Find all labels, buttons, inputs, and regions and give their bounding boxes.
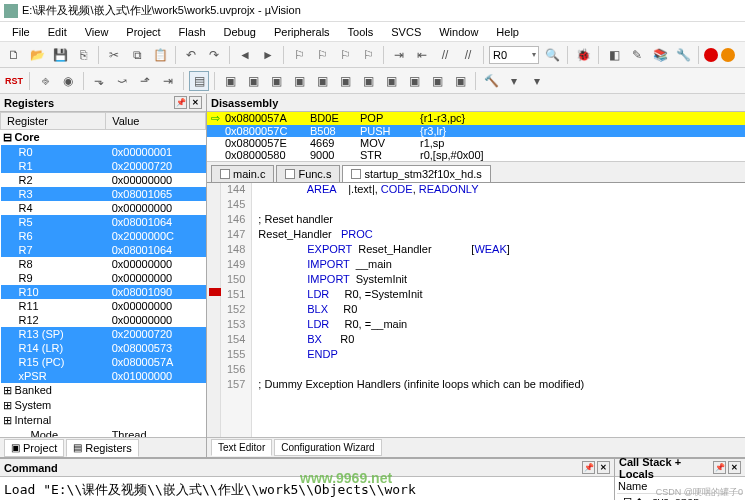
cut-icon[interactable]: ✂ — [104, 45, 124, 65]
window-cmd-icon[interactable]: ▣ — [220, 71, 240, 91]
save-icon[interactable]: 💾 — [50, 45, 70, 65]
register-row[interactable]: R120x00000000 — [1, 313, 206, 327]
menu-help[interactable]: Help — [488, 24, 527, 40]
disassembly-view[interactable]: ⇨0x0800057ABD0EPOP{r1-r3,pc}0x0800057CB5… — [207, 112, 745, 161]
code-line[interactable]: LDR R0, =__main — [258, 318, 584, 333]
view-icon[interactable]: ▾ — [504, 71, 524, 91]
code-line[interactable]: ENDP — [258, 348, 584, 363]
code-line[interactable]: ; Reset handler — [258, 213, 584, 228]
window-watch-icon[interactable]: ▣ — [335, 71, 355, 91]
menu-view[interactable]: View — [77, 24, 117, 40]
register-row[interactable]: R40x00000000 — [1, 201, 206, 215]
view2-icon[interactable]: ▾ — [527, 71, 547, 91]
registers-grid[interactable]: RegisterValue ⊟ Core R00x00000001R10x200… — [0, 112, 206, 437]
stop-icon[interactable] — [721, 48, 735, 62]
step-out-icon[interactable]: ⬏ — [135, 71, 155, 91]
find-combo[interactable]: R0 — [489, 46, 539, 64]
disasm-row[interactable]: 0x0800057E4669MOVr1,sp — [207, 137, 745, 149]
menu-edit[interactable]: Edit — [40, 24, 75, 40]
register-row[interactable]: R70x08001064 — [1, 243, 206, 257]
register-row[interactable]: R50x08001064 — [1, 215, 206, 229]
code-line[interactable]: ; Dummy Exception Handlers (infinite loo… — [258, 378, 584, 393]
pane-close-icon[interactable]: ✕ — [728, 461, 741, 474]
file-tab[interactable]: startup_stm32f10x_hd.s — [342, 165, 490, 182]
redo-icon[interactable]: ↷ — [204, 45, 224, 65]
new-file-icon[interactable]: 🗋 — [4, 45, 24, 65]
tab-config-wizard[interactable]: Configuration Wizard — [274, 439, 381, 456]
window-memory-icon[interactable]: ▣ — [358, 71, 378, 91]
file-tab[interactable]: Func.s — [276, 165, 340, 182]
window-trace-icon[interactable]: ▣ — [427, 71, 447, 91]
code-line[interactable]: EXPORT Reset_Handler [WEAK] — [258, 243, 584, 258]
uncomment-icon[interactable]: // — [458, 45, 478, 65]
window-serial-icon[interactable]: ▣ — [381, 71, 401, 91]
file-tab[interactable]: main.c — [211, 165, 274, 182]
menu-flash[interactable]: Flash — [171, 24, 214, 40]
indent-icon[interactable]: ⇥ — [389, 45, 409, 65]
code-line[interactable]: AREA |.text|, CODE, READONLY — [258, 183, 584, 198]
register-row[interactable]: R60x2000000C — [1, 229, 206, 243]
copy-icon[interactable]: ⧉ — [127, 45, 147, 65]
internal-row[interactable]: ModeThread — [1, 428, 206, 437]
next-bookmark-icon[interactable]: ⚐ — [335, 45, 355, 65]
disasm-row[interactable]: 0x080005809000STRr0,[sp,#0x00] — [207, 149, 745, 161]
register-row[interactable]: R110x00000000 — [1, 299, 206, 313]
nav-fwd-icon[interactable]: ► — [258, 45, 278, 65]
comment-icon[interactable]: // — [435, 45, 455, 65]
find-icon[interactable]: 🔍 — [542, 45, 562, 65]
register-row[interactable]: R20x00000000 — [1, 173, 206, 187]
code-content[interactable]: AREA |.text|, CODE, READONLY ; Reset han… — [252, 183, 590, 437]
window-symbols-icon[interactable]: ▣ — [266, 71, 286, 91]
code-editor[interactable]: 1441451461471481491501511521531541551561… — [207, 183, 745, 437]
menu-peripherals[interactable]: Peripherals — [266, 24, 338, 40]
register-row[interactable]: R14 (LR)0x08000573 — [1, 341, 206, 355]
menu-file[interactable]: File — [4, 24, 38, 40]
reg-group[interactable]: ⊞ Internal — [1, 413, 206, 428]
paste-icon[interactable]: 📋 — [150, 45, 170, 65]
register-row[interactable]: R100x08001090 — [1, 285, 206, 299]
window-stack-icon[interactable]: ▣ — [312, 71, 332, 91]
tools-icon[interactable]: ✎ — [627, 45, 647, 65]
menu-debug[interactable]: Debug — [216, 24, 264, 40]
reset-button[interactable]: RST — [4, 71, 24, 91]
register-row[interactable]: R13 (SP)0x20000720 — [1, 327, 206, 341]
register-row[interactable]: R15 (PC)0x0800057A — [1, 355, 206, 369]
books-icon[interactable]: 📚 — [650, 45, 670, 65]
code-line[interactable]: IMPORT __main — [258, 258, 584, 273]
menu-window[interactable]: Window — [431, 24, 486, 40]
menu-tools[interactable]: Tools — [340, 24, 382, 40]
options-icon[interactable]: 🔧 — [673, 45, 693, 65]
code-line[interactable] — [258, 363, 584, 378]
register-row[interactable]: R90x00000000 — [1, 271, 206, 285]
window-regs-icon[interactable]: ▣ — [289, 71, 309, 91]
prev-bookmark-icon[interactable]: ⚐ — [312, 45, 332, 65]
disasm-row[interactable]: 0x0800057CB508PUSH{r3,lr} — [207, 125, 745, 137]
tab-registers[interactable]: ▤ Registers — [66, 439, 138, 457]
config-icon[interactable]: ◧ — [604, 45, 624, 65]
code-line[interactable]: LDR R0, =SystemInit — [258, 288, 584, 303]
code-line[interactable] — [258, 198, 584, 213]
disasm-row[interactable]: ⇨0x0800057ABD0EPOP{r1-r3,pc} — [207, 112, 745, 125]
pane-close-icon[interactable]: ✕ — [189, 96, 202, 109]
reg-group[interactable]: ⊞ Banked — [1, 383, 206, 398]
code-line[interactable]: BX R0 — [258, 333, 584, 348]
pane-pin-icon[interactable]: 📌 — [713, 461, 726, 474]
pane-close-icon[interactable]: ✕ — [597, 461, 610, 474]
register-row[interactable]: R00x00000001 — [1, 145, 206, 159]
show-code-icon[interactable]: ▤ — [189, 71, 209, 91]
stop-run-icon[interactable]: ◉ — [58, 71, 78, 91]
window-analysis-icon[interactable]: ▣ — [404, 71, 424, 91]
pane-pin-icon[interactable]: 📌 — [174, 96, 187, 109]
code-line[interactable]: Reset_Handler PROC — [258, 228, 584, 243]
tab-text-editor[interactable]: Text Editor — [211, 439, 272, 456]
menu-project[interactable]: Project — [118, 24, 168, 40]
undo-icon[interactable]: ↶ — [181, 45, 201, 65]
run-to-cursor-icon[interactable]: ⇥ — [158, 71, 178, 91]
menu-svcs[interactable]: SVCS — [383, 24, 429, 40]
save-all-icon[interactable]: ⎘ — [73, 45, 93, 65]
step-in-icon[interactable]: ⬎ — [89, 71, 109, 91]
record-icon[interactable] — [704, 48, 718, 62]
nav-back-icon[interactable]: ◄ — [235, 45, 255, 65]
run-icon[interactable]: ⎆ — [35, 71, 55, 91]
register-row[interactable]: xPSR0x01000000 — [1, 369, 206, 383]
